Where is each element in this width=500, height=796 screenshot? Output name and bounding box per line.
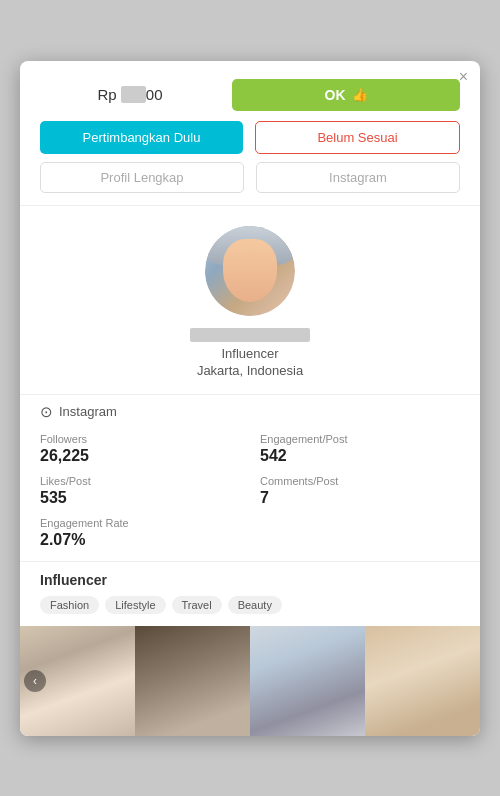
stat-followers: Followers 26,225	[40, 433, 240, 465]
top-section: Rp 00 OK 👍 Pertimbangkan Dulu Belum Sesu…	[20, 61, 480, 205]
stat-likes: Likes/Post 535	[40, 475, 240, 507]
user-location: Jakarta, Indonesia	[197, 363, 303, 378]
price-prefix: Rp	[97, 86, 120, 103]
stats-section: ⊙ Instagram Followers 26,225 Engagement/…	[20, 395, 480, 561]
instagram-icon: ⊙	[40, 403, 53, 421]
stat-comments-value: 7	[260, 489, 460, 507]
tag-lifestyle: Lifestyle	[105, 596, 165, 614]
consider-button[interactable]: Pertimbangkan Dulu	[40, 121, 243, 154]
tag-beauty: Beauty	[228, 596, 282, 614]
gallery: ‹	[20, 626, 480, 736]
stat-comments-label: Comments/Post	[260, 475, 460, 487]
gallery-thumb-3	[250, 626, 365, 736]
not-suitable-button[interactable]: Belum Sesuai	[255, 121, 460, 154]
close-button[interactable]: ×	[459, 69, 468, 85]
gallery-image-2	[135, 626, 250, 736]
gallery-image-4	[365, 626, 480, 736]
profile-button[interactable]: Profil Lengkap	[40, 162, 244, 193]
stat-engagement-rate: Engagement Rate 2.07%	[40, 517, 240, 549]
stat-likes-label: Likes/Post	[40, 475, 240, 487]
gallery-thumb-4	[365, 626, 480, 736]
platform-label: ⊙ Instagram	[40, 403, 460, 421]
stat-engagement-rate-value: 2.07%	[40, 531, 240, 549]
tag-fashion: Fashion	[40, 596, 99, 614]
stat-followers-value: 26,225	[40, 447, 240, 465]
stat-followers-label: Followers	[40, 433, 240, 445]
username-blur	[190, 328, 310, 342]
categories-title: Influencer	[40, 572, 460, 588]
avatar	[205, 226, 295, 316]
tags-row: Fashion Lifestyle Travel Beauty	[40, 596, 460, 614]
top-row: Rp 00 OK 👍	[40, 79, 460, 111]
gallery-prev-button[interactable]: ‹	[24, 670, 46, 692]
price-suffix: 00	[146, 86, 163, 103]
price-blur	[121, 86, 146, 103]
modal: × Rp 00 OK 👍 Pertimbangkan Dulu Belum Se…	[20, 61, 480, 736]
gallery-thumb-2	[135, 626, 250, 736]
ok-label: OK	[325, 87, 346, 103]
stat-engagement-post: Engagement/Post 542	[260, 433, 460, 465]
stat-likes-value: 535	[40, 489, 240, 507]
gallery-image-3	[250, 626, 365, 736]
gallery-image-1: ‹	[20, 626, 135, 736]
stat-engagement-rate-label: Engagement Rate	[40, 517, 240, 529]
categories-section: Influencer Fashion Lifestyle Travel Beau…	[20, 562, 480, 626]
avatar-image	[205, 226, 295, 316]
ok-button[interactable]: OK 👍	[232, 79, 460, 111]
user-role: Influencer	[221, 346, 278, 361]
price-display: Rp 00	[40, 86, 220, 103]
instagram-button[interactable]: Instagram	[256, 162, 460, 193]
avatar-face	[223, 239, 277, 302]
thumb-icon: 👍	[352, 87, 368, 102]
stat-engagement-post-label: Engagement/Post	[260, 433, 460, 445]
action-row: Pertimbangkan Dulu Belum Sesuai	[40, 121, 460, 154]
profile-section: Influencer Jakarta, Indonesia	[20, 206, 480, 394]
tag-travel: Travel	[172, 596, 222, 614]
stat-engagement-post-value: 542	[260, 447, 460, 465]
link-row: Profil Lengkap Instagram	[40, 162, 460, 193]
stat-comments: Comments/Post 7	[260, 475, 460, 507]
platform-name: Instagram	[59, 404, 117, 419]
stats-grid: Followers 26,225 Engagement/Post 542 Lik…	[40, 433, 460, 549]
